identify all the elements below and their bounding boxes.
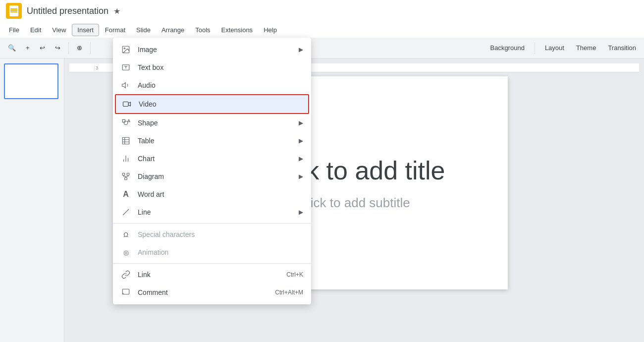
toolbar: 🔍 + ↩ ↪ ⊕ Background Layout Theme Transi… [0,38,644,58]
line-arrow: ▶ [299,209,303,216]
link-label: Link [138,271,151,279]
menu-item-wordart[interactable]: A Word art [113,185,311,203]
menu-item-comment[interactable]: Comment Ctrl+Alt+M [113,284,311,301]
shape-arrow: ▶ [299,119,303,126]
main-area: 1 3 4 5 6 7 8 Click to add title Click t… [0,58,644,342]
specialchars-label: Special characters [138,230,195,238]
shape-label: Shape [138,119,158,127]
transition-button[interactable]: Transition [604,42,640,54]
menu-item-video[interactable]: Video [115,94,309,114]
theme-button[interactable]: Theme [572,42,600,54]
title-bar: Untitled presentation ★ [0,0,644,22]
audio-icon [121,80,131,90]
layout-button[interactable]: Layout [541,42,568,54]
menu-item-link[interactable]: Link Ctrl+K [113,266,311,284]
cursor-button[interactable]: ⊕ [73,42,86,54]
table-arrow: ▶ [299,137,303,144]
dropdown-separator-2 [113,263,311,264]
toolbar-separator-1 [68,42,69,54]
insert-dropdown-menu: Image ▶ Text box Audio Video [113,38,311,304]
diagram-icon [121,171,131,181]
slide-thumbnail-1[interactable]: 1 [4,63,58,99]
menu-item-table[interactable]: Table ▶ [113,132,311,150]
diagram-label: Diagram [138,172,164,180]
table-icon [121,136,131,146]
document-title[interactable]: Untitled presentation [27,6,108,16]
chart-arrow: ▶ [299,155,303,162]
svg-rect-8 [122,137,129,144]
svg-rect-11 [125,177,127,180]
shape-icon [121,118,131,128]
video-label: Video [139,100,157,108]
app-icon [6,3,22,19]
menu-item-diagram[interactable]: Diagram ▶ [113,168,311,185]
comment-label: Comment [138,288,168,296]
specialchars-icon: Ω [121,229,131,239]
image-icon [121,45,131,55]
comment-icon [121,287,131,297]
wordart-icon: A [121,189,131,199]
chart-icon [121,154,131,164]
undo-button[interactable]: ↩ [36,42,49,54]
diagram-arrow: ▶ [299,173,303,180]
background-button[interactable]: Background [486,42,528,54]
textbox-label: Text box [138,63,163,71]
menu-item-animation: ◎ Animation [113,243,311,261]
menu-item-chart[interactable]: Chart ▶ [113,150,311,168]
animation-label: Animation [138,248,168,256]
menu-item-audio[interactable]: Audio [113,76,311,94]
menu-item-textbox[interactable]: Text box [113,58,311,76]
video-icon [122,99,132,109]
link-icon [121,270,131,280]
redo-button[interactable]: ↪ [51,42,64,54]
svg-rect-9 [122,173,125,175]
menu-format[interactable]: Format [100,24,130,36]
image-arrow: ▶ [299,46,303,53]
zoom-button[interactable]: 🔍 [4,42,20,54]
add-button[interactable]: + [22,42,34,54]
line-label: Line [138,208,151,216]
line-icon [121,207,131,217]
menu-item-shape[interactable]: Shape ▶ [113,114,311,132]
menu-bar: File Edit View Insert Format Slide Arran… [0,22,644,38]
wordart-label: Word art [138,190,164,198]
menu-extensions[interactable]: Extensions [216,24,258,36]
textbox-icon [121,62,131,72]
svg-point-1 [124,48,125,49]
animation-icon: ◎ [121,247,131,257]
menu-file[interactable]: File [4,24,24,36]
menu-slide[interactable]: Slide [131,24,156,36]
menu-item-specialchars: Ω Special characters [113,226,311,243]
menu-arrange[interactable]: Arrange [157,24,189,36]
image-label: Image [138,46,157,54]
audio-label: Audio [138,81,156,89]
menu-help[interactable]: Help [259,24,282,36]
menu-insert[interactable]: Insert [72,24,99,36]
menu-view[interactable]: View [47,24,71,36]
slides-panel: 1 [0,58,64,342]
menu-item-line[interactable]: Line ▶ [113,203,311,221]
dropdown-separator-1 [113,223,311,224]
toolbar-separator-2 [90,42,91,54]
toolbar-separator-3 [535,42,535,54]
svg-marker-7 [128,119,130,122]
comment-shortcut: Ctrl+Alt+M [275,289,303,296]
link-shortcut: Ctrl+K [286,271,303,278]
svg-rect-4 [123,102,129,107]
slide-subtitle-placeholder[interactable]: Click to add subtitle [298,195,410,211]
svg-rect-10 [127,173,129,175]
svg-point-5 [124,121,128,125]
table-label: Table [138,137,154,145]
menu-edit[interactable]: Edit [25,24,46,36]
star-icon[interactable]: ★ [113,6,120,16]
svg-marker-3 [122,83,126,88]
chart-label: Chart [138,155,155,163]
menu-tools[interactable]: Tools [190,24,215,36]
menu-item-image[interactable]: Image ▶ [113,41,311,58]
toolbar-right: Background Layout Theme Transition [486,42,640,54]
